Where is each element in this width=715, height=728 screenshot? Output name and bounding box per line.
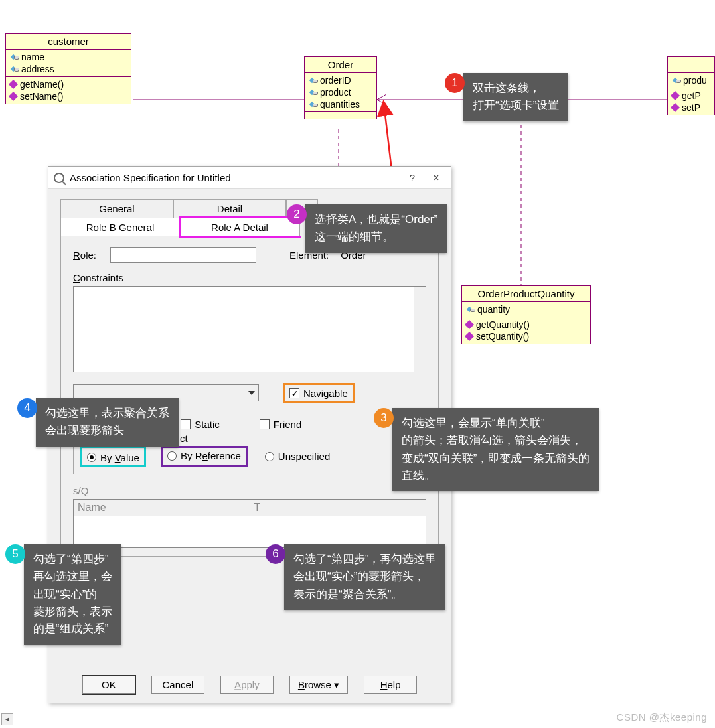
callout-3: 3 勾选这里，会显示“单向关联” 的箭头；若取消勾选，箭头会消失， 变成“双向关… (374, 408, 599, 491)
constraints-label: Constraints (73, 272, 426, 283)
checkbox-icon (289, 388, 299, 398)
checkbox-icon (260, 419, 270, 429)
role-label: Role: (73, 250, 104, 261)
radio-icon (265, 452, 274, 461)
callout-text: 勾选了“第四步”，再勾选这里 会出现“实心”的菱形箭头， 表示的是“聚合关系”。 (284, 544, 445, 610)
badge-1: 1 (445, 73, 465, 93)
radio-icon (87, 453, 96, 462)
uml-title (668, 57, 714, 73)
checkbox-icon (181, 419, 191, 429)
cancel-button[interactable]: Cancel (151, 676, 204, 694)
callout-text: 勾选了“第四步” 再勾选这里，会 出现“实心”的 菱形箭头，表示 的是“组成关系… (24, 544, 121, 645)
callout-text: 勾选这里，会显示“单向关联” 的箭头；若取消勾选，箭头会消失， 变成“双向关联”… (392, 408, 599, 491)
attribute-icon (309, 89, 318, 96)
chevron-down-icon[interactable] (244, 385, 258, 401)
constraints-textarea[interactable] (73, 286, 426, 372)
operation-icon (671, 103, 680, 112)
callout-4: 4 勾选这里，表示聚合关系 会出现菱形箭头 (17, 398, 179, 447)
static-checkbox[interactable]: Static (181, 419, 220, 430)
uml-op: getName() (20, 79, 64, 90)
uml-op: getQuantity() (476, 319, 530, 330)
callout-1: 1 双击这条线， 打开“选项卡”设置 (445, 73, 568, 121)
uml-class-order[interactable]: Order orderID product quantities (304, 56, 377, 119)
badge-3: 3 (374, 408, 394, 428)
badge-5: 5 (5, 544, 25, 564)
watermark: CSDN @杰keeping (617, 711, 707, 724)
attribute-icon (309, 101, 318, 108)
uml-attr: orderID (320, 75, 351, 86)
scroll-left-button[interactable] (1, 713, 13, 725)
tab-detail[interactable]: Detail (173, 199, 286, 218)
role-input[interactable] (110, 247, 256, 263)
tab-general[interactable]: General (60, 199, 173, 218)
badge-2: 2 (287, 204, 307, 224)
operation-icon (9, 80, 18, 89)
badge-6: 6 (266, 544, 285, 564)
uml-class-product-partial[interactable]: produ getP setP (667, 56, 715, 115)
operation-icon (465, 332, 474, 341)
unspecified-radio[interactable]: Unspecified (265, 451, 330, 462)
uml-op: setP (682, 102, 700, 113)
magnifier-icon (54, 173, 64, 183)
diagram-canvas: customer name address getName() setName(… (0, 0, 715, 728)
callout-text: 选择类A，也就是“Order” 这一端的细节。 (305, 204, 447, 253)
uml-attr: name (21, 52, 44, 62)
close-button[interactable]: × (427, 170, 445, 186)
attribute-icon (10, 66, 19, 72)
attribute-icon (10, 54, 19, 60)
tab-role-b-general[interactable]: Role B General (60, 218, 180, 236)
attribute-icon (309, 77, 318, 84)
tab-panel-role-a-detail: Role: Element: Order Constraints (60, 236, 439, 557)
uml-attr: product (320, 87, 351, 98)
callout-5: 5 勾选了“第四步” 再勾选这里，会 出现“实心”的 菱形箭头，表示 的是“组成… (5, 544, 121, 645)
dialog-button-bar: OK Cancel Apply Browse ▾ Help (48, 666, 451, 703)
by-reference-radio[interactable]: By Reference (167, 450, 241, 461)
help-button[interactable]: Help (364, 676, 417, 694)
dialog-title-text: Association Specification for Untitled (70, 172, 231, 183)
scrollbar[interactable] (414, 287, 426, 372)
uml-op: setName() (20, 91, 63, 102)
operation-icon (9, 92, 18, 101)
uml-attr: address (21, 64, 54, 74)
callout-text: 勾选这里，表示聚合关系 会出现菱形箭头 (36, 398, 179, 447)
radio-icon (167, 451, 177, 461)
callout-text: 双击这条线， 打开“选项卡”设置 (463, 73, 568, 121)
uml-class-customer[interactable]: customer name address getName() setName(… (5, 33, 131, 104)
keys-col-type: T (250, 500, 426, 516)
badge-4: 4 (17, 398, 37, 418)
friend-checkbox[interactable]: Friend (260, 419, 302, 430)
uml-title: customer (6, 34, 131, 50)
keys-list[interactable] (73, 516, 426, 548)
apply-button[interactable]: Apply (220, 676, 274, 694)
keys-col-name: Name (74, 500, 250, 516)
attribute-icon (672, 77, 681, 84)
callout-2: 2 选择类A，也就是“Order” 这一端的细节。 (287, 204, 447, 253)
uml-attr: produ (683, 75, 707, 86)
uml-op: setQuantity() (476, 331, 529, 342)
uml-attr: quantities (320, 99, 360, 109)
operation-icon (671, 91, 680, 100)
callout-6: 6 勾选了“第四步”，再勾选这里 会出现“实心”的菱形箭头， 表示的是“聚合关系… (266, 544, 445, 610)
dialog-titlebar[interactable]: Association Specification for Untitled ?… (48, 167, 451, 189)
browse-button[interactable]: Browse ▾ (289, 676, 348, 694)
attribute-icon (466, 306, 475, 313)
navigable-checkbox[interactable]: Navigable (289, 388, 348, 399)
uml-attr: quantity (477, 304, 510, 315)
uml-op: getP (682, 90, 701, 101)
uml-title: Order (305, 57, 376, 73)
operation-icon (465, 320, 474, 329)
ok-button[interactable]: OK (82, 676, 135, 694)
uml-class-orderproductquantity[interactable]: OrderProductQuantity quantity getQuantit… (461, 285, 591, 344)
help-button[interactable]: ? (403, 170, 422, 186)
uml-title: OrderProductQuantity (462, 286, 590, 302)
by-value-radio[interactable]: By Value (87, 452, 139, 463)
tab-role-a-detail[interactable]: Role A Detail (180, 218, 299, 236)
